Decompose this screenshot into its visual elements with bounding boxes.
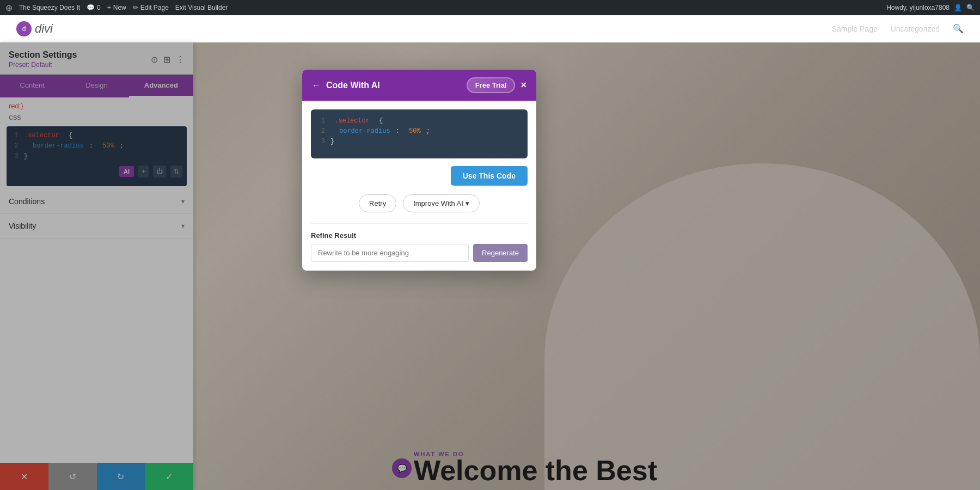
use-code-row: Use This Code (311, 166, 528, 186)
nav-search-icon[interactable]: 🔍 (953, 23, 964, 34)
user-avatar-icon: 👤 (954, 4, 962, 11)
refine-input[interactable] (311, 244, 469, 262)
search-admin-icon[interactable]: 🔍 (966, 4, 975, 11)
ai-modal-back-button[interactable]: ← (312, 81, 321, 90)
wp-logo: ⊕ (5, 3, 13, 13)
comment-icon: 💬 (87, 4, 95, 11)
improve-label: Improve With AI (413, 199, 463, 207)
top-nav-links: Sample Page Uncategorized 🔍 (832, 23, 964, 34)
regenerate-button[interactable]: Regenerate (473, 244, 528, 262)
modal-close-button[interactable]: × (520, 79, 526, 91)
site-name[interactable]: The Squeezy Does It (19, 4, 80, 11)
ai-code-line-1: 1 .selector { (317, 116, 521, 126)
ai-code-line-3: 3 } (317, 137, 521, 147)
ai-modal-header: ← Code With AI Free Trial × (302, 70, 536, 101)
ai-code-block: 1 .selector { 2 border-radius : 50% ; 3 … (311, 109, 528, 158)
exit-builder-link[interactable]: Exit Visual Builder (175, 4, 228, 11)
refine-label: Refine Result (311, 231, 528, 240)
comments-link[interactable]: 💬 0 (87, 4, 101, 11)
new-link[interactable]: + New (107, 4, 126, 11)
main-area: Section Settings Preset: Default ⊙ ⊞ ⋮ C… (0, 42, 980, 490)
edit-page-link[interactable]: ✏ Edit Page (133, 4, 169, 11)
retry-button[interactable]: Retry (359, 194, 396, 212)
ai-modal-body: 1 .selector { 2 border-radius : 50% ; 3 … (302, 101, 536, 271)
pencil-icon: ✏ (133, 4, 138, 11)
improve-with-ai-button[interactable]: Improve With AI ▾ (403, 194, 480, 212)
use-code-button[interactable]: Use This Code (451, 166, 528, 186)
improve-arrow-icon: ▾ (465, 199, 469, 207)
retry-improve-row: Retry Improve With AI ▾ (311, 194, 528, 212)
ai-modal-title-group: ← Code With AI (312, 81, 380, 90)
ai-modal-header-right: Free Trial × (467, 77, 526, 93)
modal-overlay[interactable]: ← Code With AI Free Trial × 1 .selector … (0, 42, 980, 490)
refine-section: Refine Result Regenerate (311, 223, 528, 262)
divi-logo-circle: d (16, 21, 32, 36)
nav-uncategorized[interactable]: Uncategorized (891, 24, 940, 33)
user-label: Howdy, yijunloxa7808 (886, 4, 950, 11)
plus-icon: + (107, 4, 111, 11)
admin-bar: ⊕ The Squeezy Does It 💬 0 + New ✏ Edit P… (0, 0, 980, 15)
ai-modal-title: Code With AI (326, 81, 380, 90)
refine-row: Regenerate (311, 244, 528, 262)
divi-logo: d divi (16, 21, 53, 36)
ai-code-line-2: 2 border-radius : 50% ; (317, 126, 521, 137)
free-trial-badge[interactable]: Free Trial (467, 77, 516, 93)
top-nav: d divi Sample Page Uncategorized 🔍 (0, 15, 980, 42)
ai-modal: ← Code With AI Free Trial × 1 .selector … (302, 70, 536, 271)
nav-sample-page[interactable]: Sample Page (832, 24, 878, 33)
